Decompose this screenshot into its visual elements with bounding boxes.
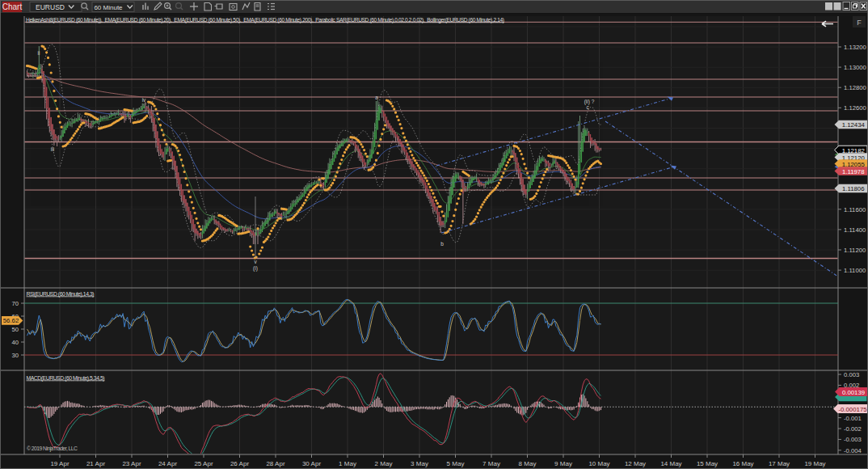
svg-text:-0.004: -0.004 bbox=[844, 447, 862, 454]
svg-text:RSI(EURUSD (60 Minute),14,3): RSI(EURUSD (60 Minute),14,3) bbox=[27, 291, 95, 298]
svg-text:1.11200: 1.11200 bbox=[844, 247, 866, 254]
svg-text:1.12055: 1.12055 bbox=[842, 161, 866, 168]
svg-text:21 Apr: 21 Apr bbox=[86, 460, 105, 467]
svg-text:b: b bbox=[440, 241, 444, 247]
svg-text:5 May: 5 May bbox=[447, 460, 465, 467]
svg-text:28 Apr: 28 Apr bbox=[266, 460, 284, 467]
svg-text:Chart: Chart bbox=[2, 2, 23, 11]
svg-text:60 Minute: 60 Minute bbox=[94, 4, 123, 11]
svg-text:9 May: 9 May bbox=[554, 460, 572, 467]
svg-text:1.11806: 1.11806 bbox=[842, 185, 865, 192]
svg-text:23 Apr: 23 Apr bbox=[122, 460, 141, 467]
svg-text:1.12182: 1.12182 bbox=[842, 147, 865, 154]
svg-text:-0.003: -0.003 bbox=[844, 436, 862, 443]
svg-text:1.11400: 1.11400 bbox=[844, 226, 866, 234]
svg-text:iii: iii bbox=[51, 146, 54, 152]
svg-text:30: 30 bbox=[11, 352, 19, 359]
svg-text:1.12800: 1.12800 bbox=[844, 84, 866, 91]
svg-text:-0.002: -0.002 bbox=[844, 425, 862, 433]
svg-text:1.11600: 1.11600 bbox=[844, 206, 866, 213]
svg-text:7 May: 7 May bbox=[482, 460, 500, 467]
svg-text:1.12434: 1.12434 bbox=[842, 121, 866, 129]
svg-text:3 May: 3 May bbox=[411, 460, 428, 467]
svg-text:1.12600: 1.12600 bbox=[844, 104, 866, 112]
svg-text:HeikenAshi8(EURUSD (60 Minute): HeikenAshi8(EURUSD (60 Minute)), EMA(EUR… bbox=[26, 17, 504, 23]
svg-text:1.11000: 1.11000 bbox=[844, 267, 866, 274]
svg-text:-0.001: -0.001 bbox=[844, 415, 862, 422]
svg-text:(i): (i) bbox=[253, 265, 258, 272]
svg-text:1 May: 1 May bbox=[339, 460, 356, 467]
svg-text:(ii) ?: (ii) ? bbox=[584, 99, 595, 105]
svg-text:12 May: 12 May bbox=[625, 460, 646, 467]
svg-text:1.11978: 1.11978 bbox=[842, 168, 865, 175]
svg-text:0.00139: 0.00139 bbox=[842, 389, 865, 396]
svg-text:a: a bbox=[375, 95, 378, 100]
svg-text:iv: iv bbox=[142, 97, 146, 103]
svg-text:-0.000175: -0.000175 bbox=[838, 406, 867, 413]
svg-text:17 May: 17 May bbox=[769, 460, 790, 467]
svg-text:F: F bbox=[857, 19, 862, 27]
svg-text:50: 50 bbox=[11, 326, 19, 333]
svg-text:19 May: 19 May bbox=[804, 460, 825, 467]
svg-text:70: 70 bbox=[11, 300, 19, 307]
svg-text:15 May: 15 May bbox=[697, 460, 718, 467]
svg-text:© 2019 NinjaTrader, LLC: © 2019 NinjaTrader, LLC bbox=[27, 446, 78, 452]
svg-text:ii: ii bbox=[38, 50, 40, 56]
svg-text:EURUSD: EURUSD bbox=[36, 3, 65, 11]
svg-text:24 Apr: 24 Apr bbox=[158, 460, 177, 467]
svg-text:1.13200: 1.13200 bbox=[844, 44, 866, 51]
svg-text:MACD(EURUSD (60 Minute),5,34,5: MACD(EURUSD (60 Minute),5,34,5) bbox=[27, 375, 105, 382]
svg-text:25 Apr: 25 Apr bbox=[194, 460, 213, 467]
svg-text:14 May: 14 May bbox=[660, 460, 681, 467]
svg-text:8 May: 8 May bbox=[519, 460, 537, 467]
svg-text:30 Apr: 30 Apr bbox=[302, 460, 321, 467]
svg-text:16 May: 16 May bbox=[732, 460, 753, 467]
svg-text:2 May: 2 May bbox=[375, 460, 393, 467]
svg-text:10 May: 10 May bbox=[588, 460, 609, 467]
svg-text:40: 40 bbox=[11, 339, 19, 346]
svg-text:1.13000: 1.13000 bbox=[844, 64, 866, 71]
svg-text:19 Apr: 19 Apr bbox=[50, 460, 69, 467]
svg-text:26 Apr: 26 Apr bbox=[230, 460, 249, 467]
svg-text:0.003: 0.003 bbox=[844, 371, 859, 378]
svg-text:56.62: 56.62 bbox=[3, 317, 19, 324]
